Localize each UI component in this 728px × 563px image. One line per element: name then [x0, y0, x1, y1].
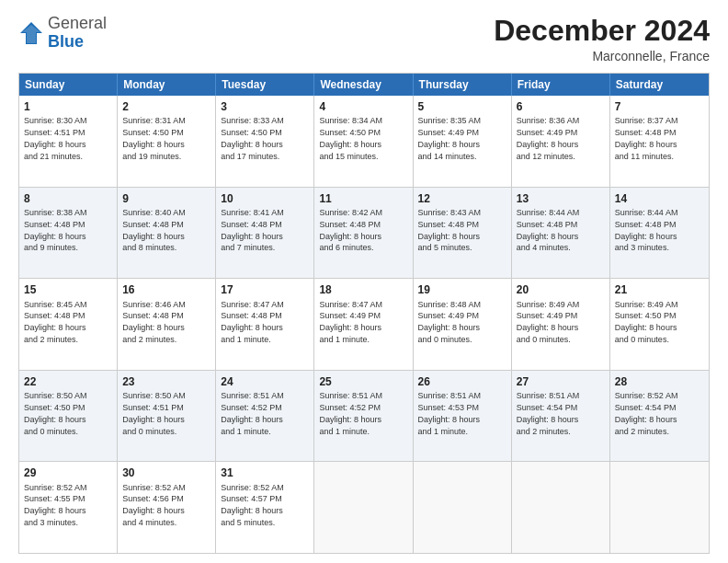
day-cell-18: 18Sunrise: 8:47 AM Sunset: 4:49 PM Dayli… — [314, 279, 413, 370]
header-cell-saturday: Saturday — [610, 74, 709, 96]
day-cell-4: 4Sunrise: 8:34 AM Sunset: 4:50 PM Daylig… — [314, 96, 413, 187]
day-number: 12 — [418, 191, 506, 206]
day-number: 17 — [221, 282, 309, 297]
day-cell-26: 26Sunrise: 8:51 AM Sunset: 4:53 PM Dayli… — [414, 371, 512, 462]
day-number: 14 — [615, 191, 704, 206]
logo: General Blue — [18, 15, 107, 52]
logo-blue: Blue — [48, 32, 84, 51]
day-cell-19: 19Sunrise: 8:48 AM Sunset: 4:49 PM Dayli… — [414, 279, 512, 370]
day-number: 11 — [319, 191, 407, 206]
day-info: Sunrise: 8:51 AM Sunset: 4:52 PM Dayligh… — [221, 391, 284, 435]
page: General Blue December 2024 Marconnelle, … — [0, 0, 728, 563]
day-cell-1: 1Sunrise: 8:30 AM Sunset: 4:51 PM Daylig… — [19, 96, 118, 187]
day-number: 30 — [122, 465, 210, 480]
day-info: Sunrise: 8:51 AM Sunset: 4:54 PM Dayligh… — [517, 391, 580, 435]
day-cell-25: 25Sunrise: 8:51 AM Sunset: 4:52 PM Dayli… — [314, 371, 413, 462]
day-info: Sunrise: 8:44 AM Sunset: 4:48 PM Dayligh… — [615, 208, 678, 252]
day-cell-10: 10Sunrise: 8:41 AM Sunset: 4:48 PM Dayli… — [216, 188, 314, 279]
day-cell-22: 22Sunrise: 8:50 AM Sunset: 4:50 PM Dayli… — [19, 371, 118, 462]
header-cell-monday: Monday — [118, 74, 216, 96]
calendar-header: SundayMondayTuesdayWednesdayThursdayFrid… — [19, 74, 709, 96]
title-block: December 2024 Marconnelle, France — [494, 15, 710, 63]
header-cell-wednesday: Wednesday — [314, 74, 413, 96]
empty-cell — [314, 462, 413, 553]
day-info: Sunrise: 8:51 AM Sunset: 4:53 PM Dayligh… — [418, 391, 482, 435]
month-title: December 2024 — [494, 15, 710, 47]
logo-general: General — [48, 14, 107, 32]
day-cell-17: 17Sunrise: 8:47 AM Sunset: 4:48 PM Dayli… — [216, 279, 314, 370]
day-number: 20 — [517, 282, 605, 297]
day-cell-23: 23Sunrise: 8:50 AM Sunset: 4:51 PM Dayli… — [118, 371, 216, 462]
day-cell-31: 31Sunrise: 8:52 AM Sunset: 4:57 PM Dayli… — [216, 462, 314, 553]
day-info: Sunrise: 8:33 AM Sunset: 4:50 PM Dayligh… — [221, 116, 284, 160]
day-cell-12: 12Sunrise: 8:43 AM Sunset: 4:48 PM Dayli… — [414, 188, 512, 279]
day-number: 29 — [24, 465, 112, 480]
calendar-row: 22Sunrise: 8:50 AM Sunset: 4:50 PM Dayli… — [19, 370, 709, 462]
day-info: Sunrise: 8:31 AM Sunset: 4:50 PM Dayligh… — [122, 116, 186, 160]
logo-icon — [18, 20, 44, 46]
day-cell-11: 11Sunrise: 8:42 AM Sunset: 4:48 PM Dayli… — [314, 188, 413, 279]
header-cell-tuesday: Tuesday — [216, 74, 314, 96]
day-info: Sunrise: 8:50 AM Sunset: 4:51 PM Dayligh… — [122, 391, 186, 435]
calendar: SundayMondayTuesdayWednesdayThursdayFrid… — [18, 73, 710, 554]
day-number: 15 — [24, 282, 112, 297]
logo-text: General Blue — [48, 15, 107, 52]
day-info: Sunrise: 8:47 AM Sunset: 4:48 PM Dayligh… — [221, 300, 284, 344]
day-info: Sunrise: 8:34 AM Sunset: 4:50 PM Dayligh… — [319, 116, 382, 160]
empty-cell — [610, 462, 709, 553]
day-cell-3: 3Sunrise: 8:33 AM Sunset: 4:50 PM Daylig… — [216, 96, 314, 187]
day-info: Sunrise: 8:51 AM Sunset: 4:52 PM Dayligh… — [319, 391, 382, 435]
calendar-row: 29Sunrise: 8:52 AM Sunset: 4:55 PM Dayli… — [19, 461, 709, 553]
day-cell-16: 16Sunrise: 8:46 AM Sunset: 4:48 PM Dayli… — [118, 279, 216, 370]
day-number: 7 — [615, 99, 704, 114]
day-cell-2: 2Sunrise: 8:31 AM Sunset: 4:50 PM Daylig… — [118, 96, 216, 187]
calendar-row: 15Sunrise: 8:45 AM Sunset: 4:48 PM Dayli… — [19, 278, 709, 370]
day-info: Sunrise: 8:52 AM Sunset: 4:55 PM Dayligh… — [24, 483, 87, 527]
day-info: Sunrise: 8:30 AM Sunset: 4:51 PM Dayligh… — [24, 116, 87, 160]
calendar-row: 8Sunrise: 8:38 AM Sunset: 4:48 PM Daylig… — [19, 187, 709, 279]
day-number: 16 — [122, 282, 210, 297]
day-info: Sunrise: 8:40 AM Sunset: 4:48 PM Dayligh… — [122, 208, 186, 252]
day-number: 28 — [615, 374, 704, 389]
day-info: Sunrise: 8:44 AM Sunset: 4:48 PM Dayligh… — [517, 208, 580, 252]
day-number: 5 — [418, 99, 506, 114]
day-info: Sunrise: 8:47 AM Sunset: 4:49 PM Dayligh… — [319, 300, 382, 344]
day-cell-7: 7Sunrise: 8:37 AM Sunset: 4:48 PM Daylig… — [610, 96, 709, 187]
day-info: Sunrise: 8:48 AM Sunset: 4:49 PM Dayligh… — [418, 300, 482, 344]
day-number: 2 — [122, 99, 210, 114]
day-cell-21: 21Sunrise: 8:49 AM Sunset: 4:50 PM Dayli… — [610, 279, 709, 370]
day-info: Sunrise: 8:42 AM Sunset: 4:48 PM Dayligh… — [319, 208, 382, 252]
day-number: 3 — [221, 99, 309, 114]
header-cell-thursday: Thursday — [414, 74, 512, 96]
day-info: Sunrise: 8:49 AM Sunset: 4:49 PM Dayligh… — [517, 300, 580, 344]
day-info: Sunrise: 8:45 AM Sunset: 4:48 PM Dayligh… — [24, 300, 87, 344]
day-number: 4 — [319, 99, 407, 114]
day-info: Sunrise: 8:52 AM Sunset: 4:56 PM Dayligh… — [122, 483, 186, 527]
day-number: 22 — [24, 374, 112, 389]
day-number: 19 — [418, 282, 506, 297]
day-number: 21 — [615, 282, 704, 297]
header-cell-sunday: Sunday — [19, 74, 118, 96]
day-number: 25 — [319, 374, 407, 389]
day-info: Sunrise: 8:36 AM Sunset: 4:49 PM Dayligh… — [517, 116, 580, 160]
day-cell-28: 28Sunrise: 8:52 AM Sunset: 4:54 PM Dayli… — [610, 371, 709, 462]
day-info: Sunrise: 8:46 AM Sunset: 4:48 PM Dayligh… — [122, 300, 186, 344]
day-info: Sunrise: 8:52 AM Sunset: 4:57 PM Dayligh… — [221, 483, 284, 527]
location: Marconnelle, France — [494, 49, 710, 63]
header-cell-friday: Friday — [512, 74, 610, 96]
day-cell-29: 29Sunrise: 8:52 AM Sunset: 4:55 PM Dayli… — [19, 462, 118, 553]
day-number: 24 — [221, 374, 309, 389]
day-number: 1 — [24, 99, 112, 114]
day-info: Sunrise: 8:52 AM Sunset: 4:54 PM Dayligh… — [615, 391, 678, 435]
day-cell-8: 8Sunrise: 8:38 AM Sunset: 4:48 PM Daylig… — [19, 188, 118, 279]
day-info: Sunrise: 8:43 AM Sunset: 4:48 PM Dayligh… — [418, 208, 482, 252]
day-number: 31 — [221, 465, 309, 480]
day-cell-6: 6Sunrise: 8:36 AM Sunset: 4:49 PM Daylig… — [512, 96, 610, 187]
day-info: Sunrise: 8:49 AM Sunset: 4:50 PM Dayligh… — [615, 300, 678, 344]
day-cell-9: 9Sunrise: 8:40 AM Sunset: 4:48 PM Daylig… — [118, 188, 216, 279]
empty-cell — [414, 462, 512, 553]
day-cell-13: 13Sunrise: 8:44 AM Sunset: 4:48 PM Dayli… — [512, 188, 610, 279]
day-cell-27: 27Sunrise: 8:51 AM Sunset: 4:54 PM Dayli… — [512, 371, 610, 462]
header: General Blue December 2024 Marconnelle, … — [18, 15, 710, 63]
day-cell-5: 5Sunrise: 8:35 AM Sunset: 4:49 PM Daylig… — [414, 96, 512, 187]
